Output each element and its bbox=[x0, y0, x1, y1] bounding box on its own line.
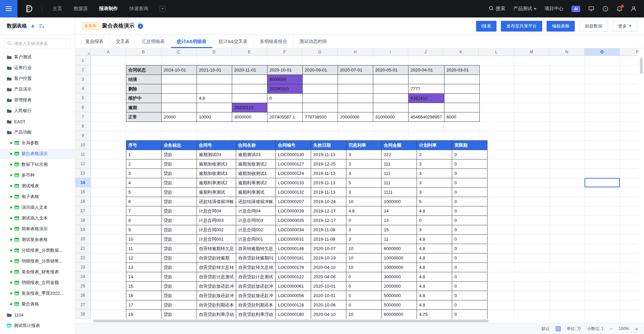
table2-cell[interactable]: 3 bbox=[346, 188, 382, 197]
table2-cell[interactable]: 15 bbox=[126, 282, 162, 291]
column-header-L[interactable]: L bbox=[479, 48, 514, 55]
table2-cell[interactable]: 0 bbox=[452, 282, 487, 291]
table1-cell[interactable] bbox=[303, 103, 338, 112]
table2-cell[interactable]: 自营贷款利率浮动 bbox=[236, 310, 276, 319]
table2-cell[interactable]: 4.8 bbox=[417, 235, 452, 244]
table1-cell[interactable] bbox=[444, 94, 480, 103]
table2-cell[interactable]: 4.8 bbox=[417, 206, 452, 216]
table2-cell[interactable]: LOC0000128 bbox=[276, 300, 311, 310]
table2-cell[interactable]: 0 bbox=[346, 272, 382, 282]
table2-cell[interactable]: 2019-10-19 bbox=[311, 253, 346, 263]
table1-cell[interactable]: 778738500 bbox=[303, 112, 338, 122]
table1-cell[interactable]: 0 bbox=[267, 94, 303, 103]
info-icon[interactable]: i bbox=[138, 23, 143, 29]
table2-cell[interactable]: 计息合同003 bbox=[197, 216, 236, 225]
table2-cell[interactable]: 自营转逾期转欠息 bbox=[236, 244, 276, 253]
table2-cell[interactable]: LOC0000031 bbox=[276, 235, 311, 244]
table2-cell[interactable]: 6 bbox=[126, 197, 162, 206]
table2-cell[interactable]: 自营贷款到期还本 bbox=[197, 300, 236, 310]
table2-cell[interactable]: 10 bbox=[346, 263, 382, 272]
sidebar-item-11[interactable]: 数据下钻示例 bbox=[0, 159, 75, 170]
table2-cell[interactable]: LOC0000181 bbox=[276, 253, 311, 263]
table2-cell[interactable]: 贷款 bbox=[162, 159, 197, 169]
sidebar-item-17[interactable]: 简单表格演示 bbox=[0, 224, 75, 234]
row-header-28[interactable]: 28 bbox=[75, 309, 90, 319]
row-header-6[interactable]: 6 bbox=[75, 103, 90, 112]
zoom-in-button[interactable]: + bbox=[635, 326, 638, 331]
nav-item-4[interactable]: 快速查询 bbox=[129, 6, 148, 12]
table2-cell[interactable]: 222 bbox=[382, 150, 417, 159]
table2-cell[interactable]: 计息合同001 bbox=[197, 235, 236, 244]
table2-cell[interactable]: 0 bbox=[452, 263, 487, 272]
table2-cell[interactable]: LOC0000207 bbox=[276, 197, 311, 206]
column-header-A[interactable]: A bbox=[91, 48, 126, 55]
monitor-icon[interactable] bbox=[588, 6, 594, 12]
tab-7[interactable]: 测试动态时间 bbox=[294, 35, 333, 48]
table1-cell[interactable] bbox=[197, 84, 232, 94]
sidebar-item-26[interactable]: 测试统计报表 bbox=[0, 320, 75, 331]
table2-cell[interactable]: 逾期加收测试1 bbox=[197, 169, 236, 178]
row-header-13[interactable]: 13 bbox=[75, 169, 90, 178]
table1-cell[interactable]: 6000 bbox=[444, 112, 480, 122]
table2-cell[interactable]: 自营贷款放还款冲 bbox=[197, 291, 236, 300]
vertical-scrollbar[interactable] bbox=[638, 56, 644, 319]
table2-cell[interactable]: 14 bbox=[126, 272, 162, 282]
table1-cell[interactable] bbox=[338, 75, 373, 84]
table1-cell[interactable] bbox=[232, 94, 267, 103]
sidebar-folder-5[interactable]: 管理报表 bbox=[0, 95, 75, 105]
table1-cell[interactable] bbox=[197, 75, 232, 84]
tab-2[interactable]: 交叉表 bbox=[110, 35, 136, 48]
row-header-21[interactable]: 21 bbox=[75, 244, 90, 253]
table1-cell[interactable]: 20200110 bbox=[232, 103, 267, 112]
table2-cell[interactable]: 2020-10-06 bbox=[311, 300, 346, 310]
table1-cell[interactable]: 4.8 bbox=[197, 94, 232, 103]
table2-cell[interactable]: 10 bbox=[346, 197, 382, 206]
row-header-22[interactable]: 22 bbox=[75, 253, 90, 263]
table2-cell[interactable]: 2019-11-13 bbox=[311, 178, 346, 188]
table2-cell[interactable]: LOC0000122 bbox=[276, 272, 311, 282]
table1-cell[interactable]: 3000000 bbox=[232, 112, 267, 122]
row-header-15[interactable]: 15 bbox=[75, 187, 90, 197]
table2-cell[interactable]: LOC0000124 bbox=[276, 169, 311, 178]
table2-cell[interactable]: 0 bbox=[452, 225, 487, 235]
sidebar-item-24[interactable]: 聚合表格 bbox=[0, 299, 75, 309]
table1-cell[interactable] bbox=[197, 103, 232, 112]
table2-cell[interactable]: 2000000 bbox=[382, 282, 417, 291]
table2-cell[interactable]: 3 bbox=[346, 159, 382, 169]
search-input[interactable] bbox=[14, 41, 68, 46]
table1-cell[interactable]: 20200110 bbox=[267, 84, 303, 94]
column-header-M[interactable]: M bbox=[514, 48, 549, 55]
sidebar-item-20[interactable]: 明细报表_分类销售... bbox=[0, 256, 75, 267]
table2-cell[interactable]: 2019-11-13 bbox=[311, 169, 346, 178]
table2-cell[interactable]: 0 bbox=[452, 216, 487, 225]
sidebar-item-13[interactable]: 测试维表 bbox=[0, 181, 75, 191]
table2-cell[interactable]: 贷款 bbox=[162, 310, 197, 319]
ireport-button[interactable]: i报表 bbox=[476, 21, 497, 32]
table2-cell[interactable]: 贷款 bbox=[162, 291, 197, 300]
table2-cell[interactable]: 4.8 bbox=[417, 263, 452, 272]
table2-cell[interactable]: 3 bbox=[346, 169, 382, 178]
table2-cell[interactable]: 贷款 bbox=[162, 235, 197, 244]
table2-cell[interactable]: 0 bbox=[417, 216, 452, 225]
row-header-25[interactable]: 25 bbox=[75, 281, 90, 291]
table2-cell[interactable]: 10000000 bbox=[382, 253, 417, 263]
row-header-23[interactable]: 23 bbox=[75, 263, 90, 272]
column-header-N[interactable]: N bbox=[549, 48, 585, 55]
table2-cell[interactable]: 13 bbox=[382, 216, 417, 225]
sidebar-folder-3[interactable]: 客户控股 bbox=[0, 73, 75, 84]
table2-cell[interactable]: 5 bbox=[346, 178, 382, 188]
table1-cell[interactable] bbox=[373, 75, 409, 84]
table1-cell[interactable] bbox=[232, 75, 267, 84]
row-header-24[interactable]: 24 bbox=[75, 272, 90, 281]
table2-cell[interactable]: 逾期利率测试2 bbox=[197, 178, 236, 188]
table2-cell[interactable]: 3 bbox=[417, 159, 452, 169]
table2-cell[interactable]: 0 bbox=[452, 188, 487, 197]
sidebar-folder-1[interactable]: 客户测试 bbox=[0, 52, 75, 62]
table2-cell[interactable]: 贷款 bbox=[162, 225, 197, 235]
table2-cell[interactable]: 2020-04-10 bbox=[311, 263, 346, 272]
table2-cell[interactable]: 2020-10-01 bbox=[311, 282, 346, 291]
table2-cell[interactable]: 5000000 bbox=[382, 300, 417, 310]
column-header-K[interactable]: K bbox=[443, 48, 479, 55]
hscroll-thumb[interactable] bbox=[93, 320, 488, 322]
table2-cell[interactable]: 0 bbox=[452, 150, 487, 159]
